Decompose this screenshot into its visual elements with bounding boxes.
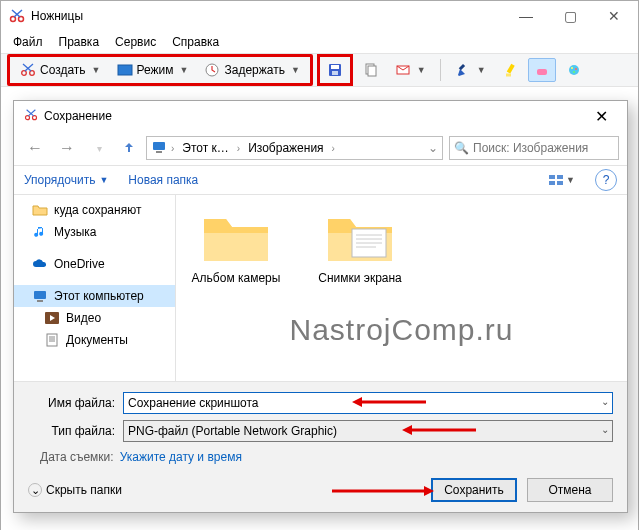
new-snip-button[interactable]: Создать ▼: [14, 58, 107, 82]
new-snip-label: Создать: [40, 63, 86, 77]
menu-file[interactable]: Файл: [7, 33, 49, 51]
menu-tools[interactable]: Сервис: [109, 33, 162, 51]
svg-rect-8: [332, 71, 338, 75]
svg-point-16: [571, 67, 573, 69]
folder-screenshots[interactable]: Снимки экрана: [312, 205, 408, 285]
search-box[interactable]: 🔍 Поиск: Изображения: [449, 136, 619, 160]
folder-icon: [32, 202, 48, 218]
svg-rect-27: [34, 291, 46, 299]
menu-help[interactable]: Справка: [166, 33, 225, 51]
address-bar[interactable]: › Этот к… › Изображения › ⌄: [146, 136, 443, 160]
svg-rect-10: [368, 66, 376, 76]
chevron-right-icon: ›: [171, 143, 174, 154]
tree-item-onedrive[interactable]: OneDrive: [14, 253, 175, 275]
delay-label: Задержать: [224, 63, 284, 77]
annotation-arrow-icon: [348, 395, 428, 409]
annotation-arrow-icon: [328, 484, 438, 498]
dropdown-caret-icon[interactable]: ⌄: [601, 424, 609, 435]
copy-button[interactable]: [357, 58, 385, 82]
scissors-icon: [20, 62, 36, 78]
scissors-icon: [24, 108, 38, 125]
mode-label: Режим: [137, 63, 174, 77]
breadcrumb-root[interactable]: Этот к…: [178, 139, 232, 157]
chevron-right-icon: ›: [332, 143, 335, 154]
tree-item-videos[interactable]: Видео: [14, 307, 175, 329]
chevron-right-icon: ›: [237, 143, 240, 154]
new-folder-button[interactable]: Новая папка: [128, 173, 198, 187]
delay-button[interactable]: Задержать ▼: [198, 58, 305, 82]
svg-point-20: [32, 115, 36, 119]
dropdown-caret-icon: ▼: [477, 65, 486, 75]
help-button[interactable]: ?: [595, 169, 617, 191]
content-pane[interactable]: Альбом камеры Снимки экрана NastrojComp.…: [176, 195, 627, 381]
search-icon: 🔍: [454, 141, 469, 155]
folder-label: Снимки экрана: [318, 271, 402, 285]
hide-folders-button[interactable]: ⌄ Скрыть папки: [28, 483, 122, 497]
minimize-button[interactable]: —: [504, 2, 548, 30]
date-taken-label: Дата съемки:: [40, 450, 114, 464]
nav-back-button[interactable]: ←: [22, 135, 48, 161]
dialog-close-button[interactable]: ✕: [581, 103, 621, 129]
pen-icon: [455, 62, 471, 78]
tree-item-documents[interactable]: Документы: [14, 329, 175, 351]
document-icon: [44, 332, 60, 348]
svg-rect-7: [331, 65, 339, 69]
dropdown-caret-icon: ▼: [291, 65, 300, 75]
svg-rect-26: [557, 181, 563, 185]
tree-item-this-pc[interactable]: Этот компьютер: [14, 285, 175, 307]
folder-label: Альбом камеры: [192, 271, 281, 285]
svg-rect-13: [506, 64, 514, 74]
nav-up-button[interactable]: [118, 137, 140, 159]
close-button[interactable]: ✕: [592, 2, 636, 30]
breadcrumb-folder[interactable]: Изображения: [244, 139, 327, 157]
envelope-icon: [395, 62, 411, 78]
view-button[interactable]: ▼: [548, 173, 575, 187]
dropdown-caret-icon: ▼: [180, 65, 189, 75]
folder-camera-roll[interactable]: Альбом камеры: [188, 205, 284, 285]
svg-rect-21: [153, 142, 165, 150]
pc-icon: [151, 140, 167, 157]
cancel-button[interactable]: Отмена: [527, 478, 613, 502]
address-refresh-dropdown[interactable]: ⌄: [428, 141, 438, 155]
svg-rect-14: [537, 69, 547, 75]
eraser-button[interactable]: [528, 58, 556, 82]
rectangle-mode-icon: [117, 62, 133, 78]
chevron-down-icon: ⌄: [28, 483, 42, 497]
svg-rect-28: [37, 300, 43, 302]
maximize-button[interactable]: ▢: [548, 2, 592, 30]
window-title: Ножницы: [31, 9, 504, 23]
pen-button[interactable]: ▼: [449, 58, 492, 82]
svg-point-18: [573, 71, 575, 73]
save-button[interactable]: [321, 58, 349, 82]
save-confirm-button[interactable]: Сохранить: [431, 478, 517, 502]
svg-point-17: [575, 68, 577, 70]
floppy-disk-icon: [327, 62, 343, 78]
tree-item-music[interactable]: Музыка: [14, 221, 175, 243]
organize-button[interactable]: Упорядочить ▼: [24, 173, 108, 187]
nav-forward-button[interactable]: →: [54, 135, 80, 161]
filename-label: Имя файла:: [28, 396, 123, 410]
highlighter-button[interactable]: [496, 58, 524, 82]
annotation-arrow-icon: [398, 423, 478, 437]
toolbar-separator: [440, 59, 441, 81]
paint3d-icon: [566, 62, 582, 78]
dialog-title: Сохранение: [44, 109, 112, 123]
filetype-label: Тип файла:: [28, 424, 123, 438]
dropdown-caret-icon[interactable]: ⌄: [601, 396, 609, 407]
dropdown-caret-icon: ▼: [92, 65, 101, 75]
watermark-text: NastrojComp.ru: [176, 313, 627, 347]
edit-3d-button[interactable]: [560, 58, 588, 82]
svg-rect-22: [156, 151, 162, 153]
navigation-pane[interactable]: куда сохраняют Музыка OneDrive Этот комп…: [14, 195, 176, 381]
cloud-icon: [32, 256, 48, 272]
toolbar-highlight-group: Создать ▼ Режим ▼ Задержать ▼: [7, 54, 313, 86]
menu-edit[interactable]: Правка: [53, 33, 106, 51]
nav-history-dropdown[interactable]: ▾: [86, 135, 112, 161]
date-taken-link[interactable]: Укажите дату и время: [120, 450, 242, 464]
tree-item-folder[interactable]: куда сохраняют: [14, 199, 175, 221]
mode-button[interactable]: Режим ▼: [111, 58, 195, 82]
filetype-combobox[interactable]: PNG-файл (Portable Network Graphic) ⌄: [123, 420, 613, 442]
svg-point-3: [30, 71, 35, 76]
mail-button[interactable]: ▼: [389, 58, 432, 82]
svg-point-19: [25, 115, 29, 119]
